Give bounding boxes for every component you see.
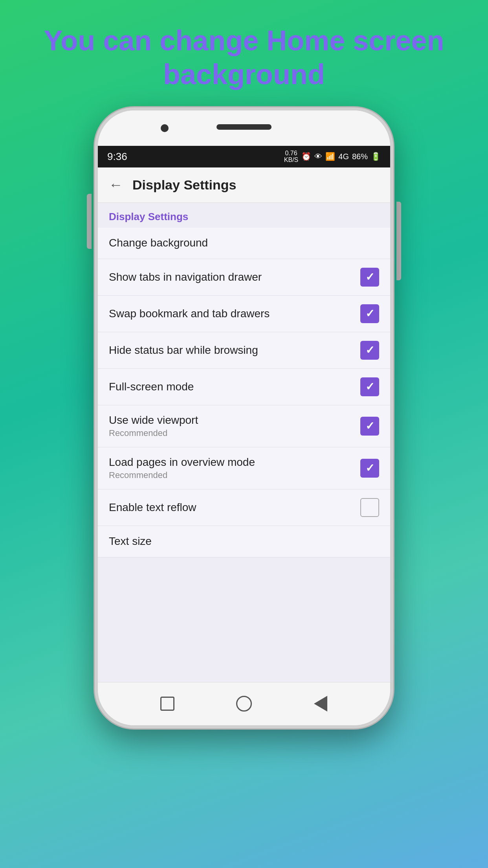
- network-speed: 0.76KB/S: [284, 150, 298, 164]
- settings-item-label: Hide status bar while browsing: [109, 344, 360, 357]
- settings-item: Text size: [98, 526, 390, 557]
- phone-screen: 9:36 0.76KB/S ⏰ 👁 📶 4G 86% 🔋 ← Display S…: [98, 146, 390, 682]
- side-button-right: [396, 202, 401, 280]
- settings-item[interactable]: Swap bookmark and tab drawers: [98, 296, 390, 332]
- empty-area: [98, 557, 390, 636]
- nav-home-button[interactable]: [233, 693, 255, 714]
- back-icon: [314, 696, 327, 712]
- settings-item-label: Load pages in overview mode: [109, 456, 360, 469]
- settings-item-text: Enable text reflow: [109, 501, 360, 514]
- settings-item-sublabel: Recommended: [109, 470, 360, 480]
- settings-item-label: Change background: [109, 237, 379, 249]
- settings-item-text: Change background: [109, 237, 379, 249]
- network-icon: 4G: [338, 152, 349, 161]
- settings-item-text: Show tabs in navigation drawer: [109, 271, 360, 283]
- checkbox-unchecked[interactable]: [360, 498, 379, 517]
- settings-item-label: Text size: [109, 535, 379, 548]
- settings-item-label: Show tabs in navigation drawer: [109, 271, 360, 283]
- checkbox-checked[interactable]: [360, 304, 379, 323]
- settings-list: Display Settings Change backgroundShow t…: [98, 203, 390, 682]
- nav-overview-button[interactable]: [157, 693, 178, 714]
- settings-item[interactable]: Enable text reflow: [98, 489, 390, 526]
- status-bar: 9:36 0.76KB/S ⏰ 👁 📶 4G 86% 🔋: [98, 146, 390, 167]
- settings-item-label: Enable text reflow: [109, 501, 360, 514]
- settings-item-text: Load pages in overview modeRecommended: [109, 456, 360, 480]
- back-button[interactable]: ←: [109, 177, 123, 193]
- checkbox-checked[interactable]: [360, 459, 379, 478]
- settings-item[interactable]: Hide status bar while browsing: [98, 332, 390, 369]
- eye-icon: 👁: [314, 152, 322, 161]
- settings-item-label: Swap bookmark and tab drawers: [109, 307, 360, 320]
- checkbox-checked[interactable]: [360, 417, 379, 436]
- status-time: 9:36: [107, 151, 127, 163]
- battery-icon: 🔋: [371, 152, 381, 161]
- settings-item: Change background: [98, 228, 390, 259]
- settings-item[interactable]: Show tabs in navigation drawer: [98, 259, 390, 296]
- settings-item-sublabel: Recommended: [109, 428, 360, 438]
- section-header-display: Display Settings: [98, 203, 390, 228]
- side-button-left: [87, 194, 92, 249]
- nav-back-button[interactable]: [310, 693, 331, 714]
- checkbox-checked[interactable]: [360, 341, 379, 360]
- sim-icon: 📶: [325, 152, 335, 161]
- settings-item-text: Text size: [109, 535, 379, 548]
- settings-item[interactable]: Use wide viewportRecommended: [98, 405, 390, 447]
- app-screen: ← Display Settings Display Settings Chan…: [98, 167, 390, 682]
- checkbox-checked[interactable]: [360, 268, 379, 287]
- phone-device: 9:36 0.76KB/S ⏰ 👁 📶 4G 86% 🔋 ← Display S…: [95, 107, 393, 728]
- settings-item-text: Hide status bar while browsing: [109, 344, 360, 357]
- overview-icon: [160, 697, 174, 711]
- settings-item-text: Swap bookmark and tab drawers: [109, 307, 360, 320]
- page-header: You can change Home screen background: [0, 0, 488, 107]
- settings-item-text: Full-screen mode: [109, 381, 360, 393]
- settings-item[interactable]: Load pages in overview modeRecommended: [98, 447, 390, 489]
- phone-speaker: [216, 124, 272, 130]
- settings-item-label: Use wide viewport: [109, 414, 360, 427]
- front-camera: [161, 124, 169, 132]
- status-icons: 0.76KB/S ⏰ 👁 📶 4G 86% 🔋: [284, 150, 381, 164]
- phone-wrapper: 9:36 0.76KB/S ⏰ 👁 📶 4G 86% 🔋 ← Display S…: [95, 107, 393, 868]
- phone-top-bar: [98, 110, 390, 146]
- app-toolbar: ← Display Settings: [98, 167, 390, 203]
- settings-item[interactable]: Full-screen mode: [98, 369, 390, 405]
- toolbar-title: Display Settings: [132, 177, 237, 193]
- alarm-icon: ⏰: [301, 152, 311, 161]
- checkbox-checked[interactable]: [360, 377, 379, 396]
- battery-percent: 86%: [352, 152, 368, 161]
- settings-item-label: Full-screen mode: [109, 381, 360, 393]
- settings-item-text: Use wide viewportRecommended: [109, 414, 360, 438]
- phone-bottom-nav: [98, 682, 390, 725]
- home-icon: [236, 696, 252, 712]
